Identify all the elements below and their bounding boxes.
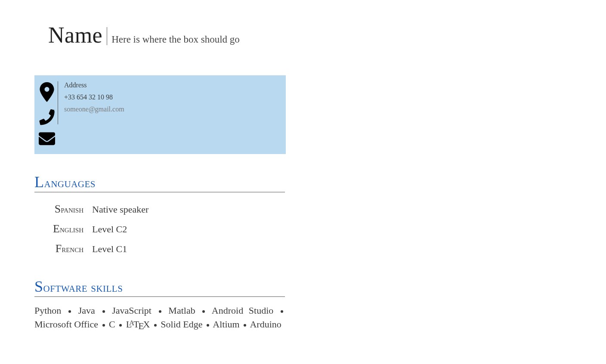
bullet-separator [202,310,205,313]
software-skills-list: Python Java JavaScript Matlab Android St… [34,304,285,331]
phone-icon [39,109,55,126]
skill-item: Python [34,305,61,316]
languages-table: Spanish Native speaker English Level C2 … [41,199,293,259]
contact-phone: +33 654 32 10 98 [64,93,124,101]
envelope-icon [39,131,55,147]
bullet-separator [244,324,246,327]
language-name: English [41,222,92,235]
bullet-separator [102,324,105,327]
skill-item: Java [78,305,95,316]
contact-address: Address [64,81,124,89]
contact-email[interactable]: someone@gmail.com [64,105,124,113]
header: Name Here is where the box should go [48,22,293,48]
skill-item: Solid Edge [161,319,202,330]
skill-item: C [109,319,115,330]
section-title-languages: Languages [34,173,285,192]
cv-page: Name Here is where the box should go Add… [0,0,293,331]
bullet-separator [102,310,105,313]
skill-item: Arduino [250,319,281,330]
bullet-separator [207,324,209,327]
bullet-separator [119,324,122,327]
contact-separator [58,81,58,124]
bullet-separator [281,310,283,313]
person-name: Name [48,22,102,48]
skill-item: Microsoft Office [34,319,98,330]
bullet-separator [154,324,157,327]
skill-item: Altium [213,319,239,330]
map-marker-icon [39,82,55,104]
header-separator [107,27,107,45]
language-row: French Level C1 [41,239,293,259]
language-row: English Level C2 [41,219,293,239]
language-name: Spanish [41,203,92,216]
skill-item: Android Studio [212,305,273,316]
skill-item: JavaScript [112,305,152,316]
skill-item: Matlab [168,305,195,316]
language-level: Native speaker [92,204,148,215]
tagline: Here is where the box should go [111,34,240,45]
contact-box: Address +33 654 32 10 98 someone@gmail.c… [34,75,286,154]
bullet-separator [159,310,161,313]
language-name: French [41,242,92,255]
bullet-separator [68,310,71,313]
section-title-software: Software skills [34,278,285,297]
language-row: Spanish Native speaker [41,199,293,219]
latex-logo: LATEX [126,318,150,331]
language-level: Level C1 [92,244,127,255]
language-level: Level C2 [92,224,127,235]
